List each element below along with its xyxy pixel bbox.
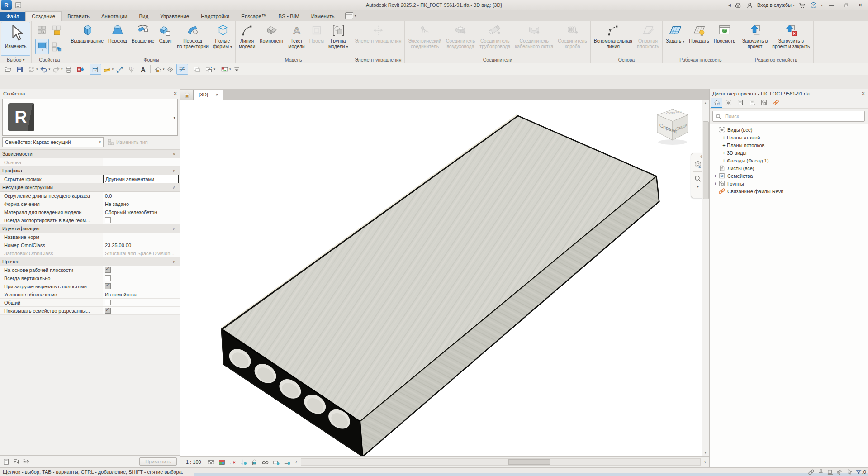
property-group-header[interactable]: Прочее« [0, 257, 180, 266]
checkbox-unchecked[interactable] [105, 217, 111, 223]
tree-item-планы-потолков[interactable]: +Планы потолков [710, 141, 868, 149]
qat-texta-button[interactable]: A [137, 64, 149, 75]
property-value[interactable]: Не задано [103, 200, 180, 208]
tab-file[interactable]: Файл [0, 12, 25, 21]
tab-управление[interactable]: Управление [154, 12, 195, 21]
collapse-chevron-icon[interactable]: « [172, 227, 177, 230]
property-value[interactable] [103, 274, 180, 282]
collapse-chevron-icon[interactable]: « [172, 186, 177, 189]
ribbon-minimize-icon[interactable]: ▾ [355, 14, 356, 18]
vc-cropoff-button[interactable] [228, 457, 238, 466]
ribbon-button-линия-модели[interactable]: Линиямодели [237, 22, 257, 56]
tree-item-связанные-файлы-revit[interactable]: Связанные файлы Revit [710, 187, 868, 195]
st-drag-button[interactable] [846, 469, 853, 476]
property-value[interactable]: Из семейства [103, 290, 180, 298]
revit-app-menu-button[interactable]: R [1, 0, 12, 10]
checkbox-unchecked[interactable] [105, 300, 111, 305]
qat-ui-button[interactable] [218, 64, 230, 75]
qat-dim-button[interactable] [90, 64, 101, 75]
scroll-up-icon[interactable]: ▴ [702, 100, 709, 106]
property-group-header[interactable]: Идентификация« [0, 224, 180, 233]
st-pin-button[interactable] [817, 469, 824, 476]
view-tab-close-icon[interactable]: × [215, 92, 218, 97]
ribbon-button-группа-модели[interactable]: Группамодели ▾ [326, 22, 350, 56]
qat-switchwin-dropdown-icon[interactable]: ▾ [214, 67, 216, 71]
browser-search-box[interactable] [712, 111, 865, 122]
vc-lock3d-button[interactable] [249, 457, 260, 466]
property-group-header[interactable]: Зависимости« [0, 150, 180, 158]
tree-expander[interactable]: + [721, 135, 727, 140]
property-value[interactable] [103, 216, 180, 224]
tree-item-фасады-фасад-1-[interactable]: +Фасады (Фасад 1) [710, 157, 868, 164]
type-selector[interactable]: R ▾ [2, 99, 178, 136]
browser-tool-bt-home[interactable] [711, 98, 722, 108]
ribbon-button-выдавливание[interactable]: Выдавливание [68, 22, 106, 56]
browser-tool-bt-sheets[interactable] [747, 98, 758, 108]
property-value[interactable]: 23.25.00.00 [103, 241, 180, 249]
property-value[interactable]: Structural and Space Division ... [103, 249, 180, 257]
help-dropdown-icon[interactable]: ▾ [821, 3, 823, 7]
tree-item-3d-виды[interactable]: +3D виды [710, 149, 868, 157]
hscroll-right-icon[interactable]: › [702, 457, 709, 466]
tree-item-планы-этажей[interactable]: +Планы этажей [710, 133, 868, 141]
qat-sync-dropdown-icon[interactable]: ▾ [36, 67, 38, 71]
ribbon-button-загрузить-в-проект[interactable]: Загрузить впроект [740, 22, 770, 56]
3d-model-slab[interactable] [180, 100, 709, 456]
family-filter-combo[interactable]: Семейство: Каркас несущий▾ [2, 137, 104, 147]
qat-switchwin-button[interactable] [203, 64, 215, 75]
collapse-chevron-icon[interactable]: « [172, 152, 177, 155]
vertical-scrollbar[interactable]: ▴ ▾ [702, 100, 709, 456]
ribbon-button-вращение[interactable]: Вращение [129, 22, 157, 56]
search-icon[interactable] [734, 1, 743, 9]
checkbox-checked[interactable] [105, 283, 111, 289]
type-selector-dropdown-icon[interactable]: ▾ [173, 115, 175, 120]
ribbon-button-загрузить-в-проект-и-закрыть[interactable]: Загрузить впроект и закрыть [770, 22, 812, 56]
account-icon[interactable] [745, 1, 754, 9]
project-browser-close-icon[interactable]: × [862, 90, 865, 97]
ribbon-button-вспомогательная-линия[interactable]: Вспомогательнаялиния [592, 22, 635, 56]
property-value[interactable] [103, 307, 180, 314]
bottom-scroll-strip[interactable] [194, 473, 868, 476]
qat-caretbar-button[interactable] [231, 64, 243, 75]
tab-вид[interactable]: Вид [133, 12, 154, 21]
ribbon-button-текст-модели[interactable]: AТекстмодели [286, 22, 307, 56]
tab-создание[interactable]: Создание [25, 11, 62, 21]
property-value[interactable] [103, 266, 180, 274]
tree-item-листы-все-[interactable]: Листы (все) [710, 164, 868, 172]
qat-measure-button[interactable] [101, 64, 113, 75]
st-link-button[interactable] [808, 469, 815, 476]
tab-изменить[interactable]: Изменить [305, 12, 341, 21]
model-canvas[interactable]: Сверху Справа Сзади ⊗ ▾ ▴ ▾ [180, 100, 709, 456]
property-group-header[interactable]: Графика« [0, 167, 180, 175]
checkbox-checked[interactable] [105, 267, 111, 273]
ribbon-button-компонент[interactable]: Компонент [257, 22, 286, 56]
zoom-tool-icon[interactable] [693, 174, 702, 183]
browser-tool-bt-groups[interactable] [759, 98, 769, 108]
vc-style-button[interactable] [217, 457, 228, 466]
tree-item-семейства[interactable]: +Семейства [710, 172, 868, 180]
search-input[interactable] [724, 113, 862, 119]
vc-reveal-button[interactable] [282, 457, 293, 466]
checkbox-unchecked[interactable] [105, 275, 111, 281]
collapse-chevron-icon[interactable]: « [172, 169, 177, 172]
properties-help-icon[interactable] [3, 458, 11, 466]
vc-glasses-button[interactable] [260, 457, 271, 466]
sign-in-button[interactable]: Вход в службы▾ [757, 2, 795, 8]
ribbon-button-просмотр[interactable]: Просмотр [711, 22, 738, 56]
selection-filter-button[interactable]: :0 [855, 469, 866, 476]
family-category-button[interactable] [50, 23, 63, 38]
horizontal-scrollbar[interactable] [301, 458, 701, 466]
view-tab-3d[interactable]: {3D}× [194, 90, 223, 100]
view-cube[interactable]: Сверху Справа Сзади [656, 108, 691, 146]
tree-expander[interactable]: − [712, 127, 718, 133]
collapse-chevron-icon[interactable]: « [172, 260, 177, 263]
qat-transfer-button[interactable] [75, 64, 86, 75]
ribbon-button-полые-формы[interactable]: Полыеформы ▾ [211, 22, 234, 56]
collapse-arrow-icon[interactable]: ◀ [728, 3, 731, 7]
minimize-button[interactable]: — [825, 1, 837, 9]
tab-enscape-[interactable]: Enscape™ [235, 12, 272, 21]
ribbon-button-задать[interactable]: Задать ▾ [664, 22, 687, 56]
qat-thin-lines-button[interactable] [176, 64, 188, 75]
tree-expander[interactable]: + [721, 143, 727, 148]
apply-button[interactable]: Применить [139, 457, 177, 466]
